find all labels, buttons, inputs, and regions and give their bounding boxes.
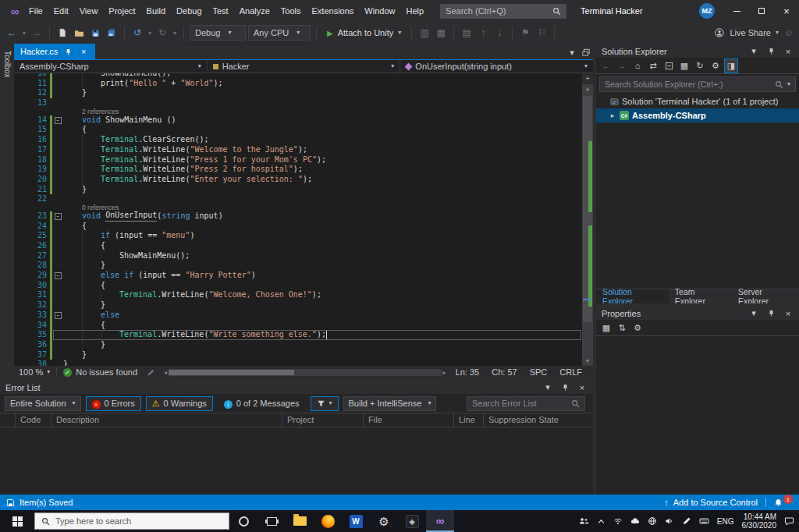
find-in-files-icon[interactable]: ▤ <box>460 25 474 41</box>
language-indicator[interactable]: ENG <box>717 517 734 526</box>
debug-target-dropdown[interactable]: Debug ▾ <box>190 25 246 41</box>
pin-icon[interactable] <box>62 48 73 55</box>
code-line[interactable]: 25if (input == "menu") <box>14 231 582 241</box>
member-dropdown[interactable]: OnUserInput(string input) ▾ <box>400 60 593 73</box>
bookmark-list-icon[interactable]: ⚐ <box>534 25 549 41</box>
menu-edit[interactable]: Edit <box>48 0 74 22</box>
onedrive-icon[interactable] <box>630 516 640 526</box>
menu-analyze[interactable]: Analyze <box>234 0 275 22</box>
fold-collapse-icon[interactable]: - <box>55 213 62 220</box>
code-line[interactable]: 28} <box>14 261 582 271</box>
refresh-icon[interactable]: ↻ <box>694 59 706 73</box>
code-line[interactable]: 27ShowMainMenu(); <box>14 251 582 261</box>
pin-icon[interactable] <box>765 310 776 317</box>
alphabetical-icon[interactable]: ⇅ <box>616 321 628 335</box>
column-description[interactable]: Description <box>51 413 282 427</box>
redo-menu-icon[interactable]: ▾ <box>172 25 178 41</box>
attach-to-unity-button[interactable]: ▶ Attach to Unity ▾ <box>322 25 406 41</box>
new-file-icon[interactable] <box>55 25 69 41</box>
close-button[interactable]: × <box>774 0 799 22</box>
unity-editor-button[interactable]: ◈ <box>398 510 426 532</box>
code-line[interactable]: 17Terminal.WriteLine("Welcome to the Jun… <box>14 145 582 155</box>
save-all-icon[interactable] <box>105 25 119 41</box>
navigate-forward-icon[interactable]: → <box>30 25 44 41</box>
menu-view[interactable]: View <box>74 0 104 22</box>
code-line[interactable]: 36} <box>14 340 582 350</box>
warnings-filter-button[interactable]: ⚠ 0 Warnings <box>146 396 213 411</box>
quick-search[interactable]: Search (Ctrl+Q) <box>440 4 566 19</box>
live-share-button[interactable]: Live Share ▾ ☺ <box>714 25 794 41</box>
preview-selected-icon[interactable]: ◨ <box>725 59 737 73</box>
code-line[interactable]: 19Terminal.WriteLine("Press 2 for hospit… <box>14 165 582 175</box>
codelens-row[interactable]: 0 references <box>14 204 582 211</box>
maximize-button[interactable] <box>749 0 774 22</box>
code-line[interactable]: 37} <box>14 350 582 360</box>
column-line[interactable]: Line <box>454 413 484 427</box>
account-avatar[interactable]: MZ <box>699 3 715 19</box>
clock[interactable]: 10:44 AM 6/30/2020 <box>742 512 777 530</box>
code-line[interactable]: 34{ <box>14 321 582 331</box>
code-line[interactable]: 21} <box>14 185 582 195</box>
show-all-files-icon[interactable]: ▦ <box>678 59 691 73</box>
code-line[interactable]: 31Terminal.WriteLine("Welcome, Chosen On… <box>14 290 582 300</box>
code-line[interactable]: 12} <box>14 88 582 98</box>
column-file[interactable]: File <box>364 413 454 427</box>
scope-dropdown[interactable]: Entire Solution ▾ <box>5 396 81 411</box>
code-line[interactable]: 13 <box>14 98 582 108</box>
network-icon[interactable] <box>613 516 623 526</box>
error-search-input[interactable]: Search Error List <box>467 396 585 411</box>
panel-tab-team-explorer[interactable]: Team Explorer <box>669 289 732 303</box>
code-editor[interactable]: 10ShowMainMenu();11print("Hello " + "Wor… <box>14 73 582 366</box>
settings-button[interactable]: ⚙ <box>370 510 398 532</box>
breakpoints-window-icon[interactable]: ▦ <box>434 25 448 41</box>
menu-build[interactable]: Build <box>141 0 171 22</box>
minimize-button[interactable] <box>724 0 749 22</box>
menu-debug[interactable]: Debug <box>171 0 207 22</box>
show-threads-icon[interactable]: ▥ <box>417 25 431 41</box>
menu-tools[interactable]: Tools <box>275 0 307 22</box>
code-line[interactable]: 26{ <box>14 241 582 251</box>
code-line[interactable]: 11print("Hello " + "World"); <box>14 79 582 89</box>
navigate-back-icon[interactable]: ← <box>5 25 19 41</box>
code-line[interactable]: 33-else <box>14 310 582 321</box>
navigate-back-menu-icon[interactable]: ▾ <box>21 25 27 41</box>
filter-button[interactable]: ▾ <box>311 396 339 411</box>
project-dropdown[interactable]: Assembly-CSharp ▾ <box>14 60 208 73</box>
bookmark-icon[interactable]: ⚑ <box>518 25 532 41</box>
window-position-icon[interactable]: ▾ <box>748 46 759 56</box>
type-dropdown[interactable]: Hacker ▾ <box>208 60 401 73</box>
scroll-right-icon[interactable]: ▸ <box>443 369 446 376</box>
solution-search-input[interactable]: Search Solution Explorer (Ctrl+;) ▾ <box>599 76 796 92</box>
panel-tab-server-explorer[interactable]: Server Explorer <box>732 289 799 303</box>
touch-keyboard-icon[interactable] <box>699 516 709 526</box>
home-icon[interactable]: ⌂ <box>631 59 644 73</box>
pin-icon[interactable] <box>559 384 570 391</box>
errors-filter-button[interactable]: × 0 Errors <box>86 396 141 411</box>
properties-header[interactable]: Properties ▾ × <box>596 307 799 320</box>
horizontal-scrollbar[interactable]: ◂ ▸ <box>164 369 446 376</box>
messages-filter-button[interactable]: i 0 of 2 Messages <box>218 396 306 411</box>
undo-icon[interactable]: ↺ <box>130 25 144 41</box>
file-explorer-button[interactable] <box>286 510 314 532</box>
menu-project[interactable]: Project <box>103 0 140 22</box>
visual-studio-button[interactable]: ∞ <box>426 510 454 532</box>
task-view-button[interactable] <box>257 510 286 532</box>
categorized-icon[interactable]: ▦ <box>600 321 613 335</box>
tab-hacker-cs[interactable]: Hacker.cs × <box>14 44 95 59</box>
add-to-source-control-button[interactable]: Add to Source Control <box>673 498 758 507</box>
error-list-header[interactable]: Error List ▾ × <box>0 381 593 394</box>
undo-menu-icon[interactable]: ▾ <box>147 25 153 41</box>
volume-icon[interactable] <box>665 516 674 526</box>
scroll-up-icon[interactable]: ▲ <box>582 84 593 94</box>
menu-file[interactable]: File <box>23 0 48 22</box>
back-icon[interactable]: ← <box>600 59 613 73</box>
forward-icon[interactable]: → <box>616 59 628 73</box>
menu-window[interactable]: Window <box>359 0 400 22</box>
panel-tab-solution-explorer[interactable]: Solution Explorer <box>596 289 669 303</box>
code-line[interactable]: 30{ <box>14 281 582 291</box>
code-line[interactable]: 24{ <box>14 222 582 232</box>
pin-icon[interactable] <box>765 48 776 55</box>
fold-collapse-icon[interactable]: - <box>55 312 62 319</box>
window-position-icon[interactable]: ▾ <box>542 382 553 392</box>
fold-collapse-icon[interactable]: - <box>55 272 62 279</box>
